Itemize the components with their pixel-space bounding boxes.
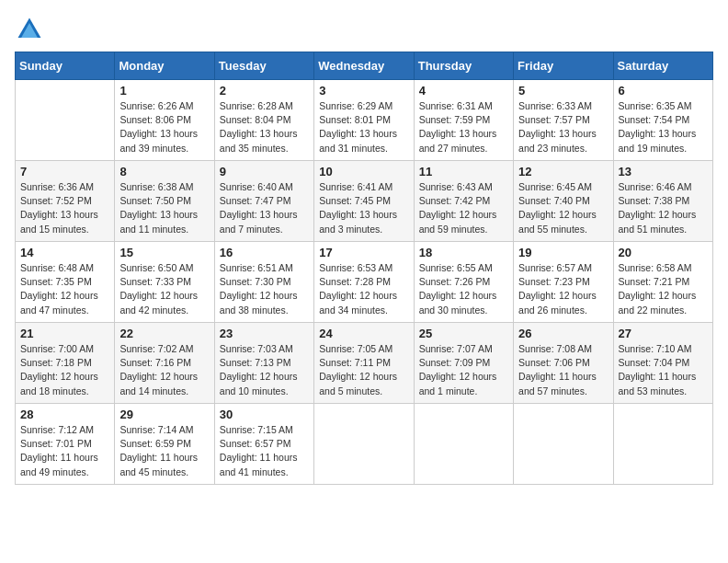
day-info: Sunrise: 6:28 AMSunset: 8:04 PMDaylight:…: [220, 99, 309, 155]
calendar-cell: 1Sunrise: 6:26 AMSunset: 8:06 PMDaylight…: [115, 80, 214, 161]
header-tuesday: Tuesday: [214, 52, 313, 80]
calendar-cell: 25Sunrise: 7:07 AMSunset: 7:09 PMDayligh…: [414, 323, 513, 404]
calendar-cell: [414, 404, 513, 485]
day-number: 28: [20, 408, 109, 421]
calendar-week-row: 14Sunrise: 6:48 AMSunset: 7:35 PMDayligh…: [16, 242, 713, 323]
header-monday: Monday: [115, 52, 214, 80]
calendar-cell: 26Sunrise: 7:08 AMSunset: 7:06 PMDayligh…: [514, 323, 613, 404]
day-number: 13: [619, 165, 708, 178]
calendar-cell: 5Sunrise: 6:33 AMSunset: 7:57 PMDaylight…: [514, 80, 613, 161]
day-number: 2: [220, 84, 309, 98]
page-header: [15, 15, 713, 44]
day-number: 18: [419, 246, 508, 259]
day-number: 14: [20, 246, 109, 259]
weekday-header-row: Sunday Monday Tuesday Wednesday Thursday…: [16, 52, 713, 80]
header-saturday: Saturday: [613, 52, 712, 80]
calendar-cell: 30Sunrise: 7:15 AMSunset: 6:57 PMDayligh…: [214, 404, 313, 485]
calendar-cell: 2Sunrise: 6:28 AMSunset: 8:04 PMDaylight…: [214, 80, 313, 161]
day-info: Sunrise: 7:00 AMSunset: 7:18 PMDaylight:…: [20, 342, 109, 398]
day-number: 1: [119, 84, 209, 98]
calendar-cell: [514, 404, 613, 485]
day-info: Sunrise: 7:03 AMSunset: 7:13 PMDaylight:…: [220, 342, 309, 398]
logo: [15, 15, 48, 44]
day-info: Sunrise: 6:40 AMSunset: 7:47 PMDaylight:…: [220, 180, 309, 236]
day-number: 11: [419, 165, 508, 178]
day-info: Sunrise: 6:38 AMSunset: 7:50 PMDaylight:…: [119, 180, 209, 236]
day-info: Sunrise: 7:12 AMSunset: 7:01 PMDaylight:…: [20, 423, 109, 479]
day-number: 4: [419, 84, 508, 98]
day-number: 24: [319, 327, 408, 340]
calendar-table: Sunday Monday Tuesday Wednesday Thursday…: [15, 52, 713, 485]
day-number: 30: [220, 408, 309, 421]
calendar-week-row: 21Sunrise: 7:00 AMSunset: 7:18 PMDayligh…: [16, 323, 713, 404]
day-number: 21: [20, 327, 109, 340]
day-info: Sunrise: 7:10 AMSunset: 7:04 PMDaylight:…: [619, 342, 708, 398]
day-info: Sunrise: 6:50 AMSunset: 7:33 PMDaylight:…: [119, 261, 209, 317]
day-info: Sunrise: 6:29 AMSunset: 8:01 PMDaylight:…: [319, 99, 408, 155]
calendar-cell: [613, 404, 712, 485]
day-info: Sunrise: 7:02 AMSunset: 7:16 PMDaylight:…: [119, 342, 209, 398]
day-number: 9: [220, 165, 309, 178]
day-info: Sunrise: 7:14 AMSunset: 6:59 PMDaylight:…: [119, 423, 209, 479]
day-info: Sunrise: 7:15 AMSunset: 6:57 PMDaylight:…: [220, 423, 309, 479]
day-number: 6: [619, 84, 708, 98]
calendar-cell: 28Sunrise: 7:12 AMSunset: 7:01 PMDayligh…: [16, 404, 115, 485]
day-info: Sunrise: 6:35 AMSunset: 7:54 PMDaylight:…: [619, 99, 708, 155]
day-info: Sunrise: 6:51 AMSunset: 7:30 PMDaylight:…: [220, 261, 309, 317]
calendar-cell: 9Sunrise: 6:40 AMSunset: 7:47 PMDaylight…: [214, 161, 313, 242]
calendar-cell: 6Sunrise: 6:35 AMSunset: 7:54 PMDaylight…: [613, 80, 712, 161]
day-info: Sunrise: 6:36 AMSunset: 7:52 PMDaylight:…: [20, 180, 109, 236]
day-number: 25: [419, 327, 508, 340]
day-number: 22: [119, 327, 209, 340]
day-number: 16: [220, 246, 309, 259]
day-info: Sunrise: 6:33 AMSunset: 7:57 PMDaylight:…: [518, 99, 608, 155]
calendar-cell: 10Sunrise: 6:41 AMSunset: 7:45 PMDayligh…: [314, 161, 414, 242]
calendar-week-row: 7Sunrise: 6:36 AMSunset: 7:52 PMDaylight…: [16, 161, 713, 242]
calendar-cell: 19Sunrise: 6:57 AMSunset: 7:23 PMDayligh…: [514, 242, 613, 323]
calendar-cell: 17Sunrise: 6:53 AMSunset: 7:28 PMDayligh…: [314, 242, 414, 323]
calendar-cell: [314, 404, 414, 485]
day-number: 10: [319, 165, 408, 178]
calendar-cell: 22Sunrise: 7:02 AMSunset: 7:16 PMDayligh…: [115, 323, 214, 404]
day-info: Sunrise: 6:45 AMSunset: 7:40 PMDaylight:…: [518, 180, 608, 236]
calendar-cell: 20Sunrise: 6:58 AMSunset: 7:21 PMDayligh…: [613, 242, 712, 323]
day-number: 17: [319, 246, 408, 259]
day-info: Sunrise: 7:07 AMSunset: 7:09 PMDaylight:…: [419, 342, 508, 398]
day-number: 7: [20, 165, 109, 178]
day-number: 12: [518, 165, 608, 178]
calendar-cell: 12Sunrise: 6:45 AMSunset: 7:40 PMDayligh…: [514, 161, 613, 242]
header-friday: Friday: [514, 52, 613, 80]
day-number: 5: [518, 84, 608, 98]
day-info: Sunrise: 6:43 AMSunset: 7:42 PMDaylight:…: [419, 180, 508, 236]
calendar-cell: 7Sunrise: 6:36 AMSunset: 7:52 PMDaylight…: [16, 161, 115, 242]
calendar-cell: 24Sunrise: 7:05 AMSunset: 7:11 PMDayligh…: [314, 323, 414, 404]
day-info: Sunrise: 6:48 AMSunset: 7:35 PMDaylight:…: [20, 261, 109, 317]
header-thursday: Thursday: [414, 52, 513, 80]
day-info: Sunrise: 6:55 AMSunset: 7:26 PMDaylight:…: [419, 261, 508, 317]
day-info: Sunrise: 6:57 AMSunset: 7:23 PMDaylight:…: [518, 261, 608, 317]
calendar-cell: 3Sunrise: 6:29 AMSunset: 8:01 PMDaylight…: [314, 80, 414, 161]
header-wednesday: Wednesday: [314, 52, 414, 80]
day-number: 8: [119, 165, 209, 178]
day-info: Sunrise: 6:53 AMSunset: 7:28 PMDaylight:…: [319, 261, 408, 317]
calendar-cell: 11Sunrise: 6:43 AMSunset: 7:42 PMDayligh…: [414, 161, 513, 242]
calendar-cell: 21Sunrise: 7:00 AMSunset: 7:18 PMDayligh…: [16, 323, 115, 404]
calendar-cell: 8Sunrise: 6:38 AMSunset: 7:50 PMDaylight…: [115, 161, 214, 242]
day-number: 26: [518, 327, 608, 340]
calendar-week-row: 28Sunrise: 7:12 AMSunset: 7:01 PMDayligh…: [16, 404, 713, 485]
calendar-week-row: 1Sunrise: 6:26 AMSunset: 8:06 PMDaylight…: [16, 80, 713, 161]
calendar-cell: 29Sunrise: 7:14 AMSunset: 6:59 PMDayligh…: [115, 404, 214, 485]
day-number: 19: [518, 246, 608, 259]
day-number: 20: [619, 246, 708, 259]
calendar-cell: 23Sunrise: 7:03 AMSunset: 7:13 PMDayligh…: [214, 323, 313, 404]
header-sunday: Sunday: [16, 52, 115, 80]
calendar-cell: [16, 80, 115, 161]
calendar-body: 1Sunrise: 6:26 AMSunset: 8:06 PMDaylight…: [16, 80, 713, 485]
day-number: 3: [319, 84, 408, 98]
day-info: Sunrise: 7:08 AMSunset: 7:06 PMDaylight:…: [518, 342, 608, 398]
calendar-cell: 13Sunrise: 6:46 AMSunset: 7:38 PMDayligh…: [613, 161, 712, 242]
calendar-cell: 14Sunrise: 6:48 AMSunset: 7:35 PMDayligh…: [16, 242, 115, 323]
calendar-cell: 27Sunrise: 7:10 AMSunset: 7:04 PMDayligh…: [613, 323, 712, 404]
day-number: 27: [619, 327, 708, 340]
day-info: Sunrise: 6:31 AMSunset: 7:59 PMDaylight:…: [419, 99, 508, 155]
